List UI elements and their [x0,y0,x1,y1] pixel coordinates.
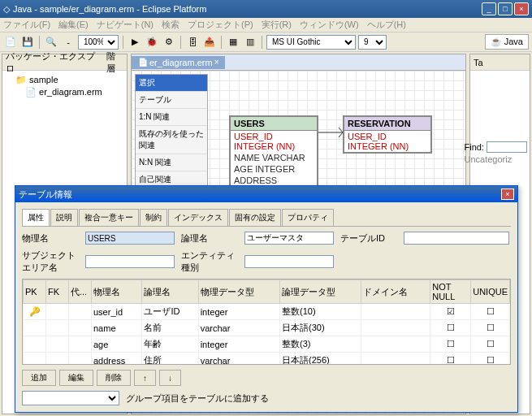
uncategorized-label: Uncategoriz [464,154,527,164]
palette-select[interactable]: 選択 [136,75,207,92]
relation-line [318,128,343,137]
save-icon[interactable]: 💾 [20,35,35,50]
tab-desc[interactable]: 説明 [50,209,78,226]
dialog-title: テーブル情報 [19,188,72,201]
app-icon: ◇ [3,4,10,15]
dialog-tabs: 属性 説明 複合一意キー 制約 インデックス 固有の設定 プロパティ [22,209,511,227]
palette-nn[interactable]: N:N 関連 [136,154,207,171]
run-icon[interactable]: ▶ [128,35,142,50]
edit-button[interactable]: 編集 [59,370,93,386]
zoom-select[interactable]: 100% [78,35,119,50]
menu-file[interactable]: ファイル(F) [3,19,50,31]
menu-navigate[interactable]: ナビゲート(N) [97,19,154,31]
dialog-close-button[interactable]: × [501,188,514,200]
export-icon[interactable]: 📤 [202,35,217,50]
menu-bar: ファイル(F) 編集(E) ナビゲート(N) 検索 プロジェクト(P) 実行(R… [0,18,532,32]
menu-project[interactable]: プロジェクト(P) [188,19,253,31]
palette-table[interactable]: テーブル [136,92,207,109]
physical-name-input[interactable] [85,232,175,245]
add-button[interactable]: 追加 [22,370,56,386]
menu-search[interactable]: 検索 [162,19,179,31]
new-icon[interactable]: 📄 [3,35,18,50]
task-tab-label[interactable]: Ta [474,58,483,67]
svg-line-2 [339,132,343,137]
tab-constraint[interactable]: 制約 [140,209,167,226]
delete-button[interactable]: 削除 [97,370,131,386]
menu-edit[interactable]: 編集(E) [58,19,89,31]
group-select[interactable] [22,391,119,405]
tab-unique[interactable]: 複合一意キー [79,209,139,226]
search-icon[interactable]: 🔍 [44,35,58,50]
find-input[interactable] [487,141,527,153]
entity-type-input[interactable] [244,255,334,268]
up-button[interactable]: ↑ [134,370,156,386]
grid-row[interactable]: address住所varchar日本語(256)☐☐ [24,353,510,366]
fontsize-select[interactable]: 9 [358,35,387,50]
main-toolbar: 📄 💾 🔍 - 100% ▶ 🐞 ⚙ 🗄 📤 ▦ ▥ MS UI Gothic … [0,32,532,52]
grid-row[interactable]: name名前varchar日本語(30)☐☐ [24,320,510,336]
logical-name-input[interactable] [244,232,334,245]
grid-row[interactable]: age年齢integer整数(3)☐☐ [24,336,510,353]
tab-specific[interactable]: 固有の設定 [229,209,281,226]
zoom-out-icon[interactable]: - [61,35,76,50]
columns-grid[interactable]: PK FK 代... 物理名 論理名 物理データ型 論理データ型 ドメイン名 N… [22,279,511,365]
window-titlebar: ◇Java - sample/er_diagram.erm - Eclipse … [0,0,532,18]
tree-file[interactable]: 📄 er_diagram.erm [6,86,123,98]
window-title: Java - sample/er_diagram.erm - Eclipse P… [13,4,206,14]
grid-row[interactable]: 🔑user_idユーザIDinteger整数(10)☑☐ [24,304,510,320]
minimize-button[interactable]: _ [482,2,496,15]
subject-input[interactable] [85,255,175,268]
entity-reservation[interactable]: RESERVATION USER_ID INTEGER (NN) [343,115,432,154]
font-select[interactable]: MS UI Gothic [266,35,356,50]
maximize-button[interactable]: □ [498,2,513,15]
palette-existing[interactable]: 既存の列を使った関連 [136,126,207,154]
editor-tab[interactable]: 📄 er_diagram.erm × [132,56,225,69]
entity-users-header: USERS [231,117,317,131]
tab-index[interactable]: インデックス [168,209,228,226]
tab-attr[interactable]: 属性 [22,209,50,226]
align-icon[interactable]: ▦ [226,35,240,50]
ext-icon[interactable]: ⚙ [162,35,176,50]
debug-icon[interactable]: 🐞 [145,35,159,50]
tree-project[interactable]: 📁 sample [6,74,123,86]
down-button[interactable]: ↓ [159,370,181,386]
tab-property[interactable]: プロパティ [282,209,334,226]
group-add-label: グループ項目をテーブルに追加する [126,392,269,405]
menu-help[interactable]: ヘルプ(H) [367,19,406,31]
db-icon[interactable]: 🗄 [185,35,200,50]
tableid-input[interactable] [404,232,509,245]
menu-window[interactable]: ウィンドウ(W) [300,19,359,31]
close-button[interactable]: × [514,2,529,15]
perspective-java[interactable]: ☕ Java [485,34,529,50]
menu-run[interactable]: 実行(R) [262,19,292,31]
grid-icon[interactable]: ▥ [243,35,257,50]
table-info-dialog: テーブル情報 × 属性 説明 複合一意キー 制約 インデックス 固有の設定 プロ… [15,185,518,413]
palette-1n[interactable]: 1:N 関連 [136,109,207,126]
find-panel: Find: Uncategoriz [464,141,527,164]
svg-line-1 [339,128,343,132]
entity-reservation-header: RESERVATION [344,117,430,131]
